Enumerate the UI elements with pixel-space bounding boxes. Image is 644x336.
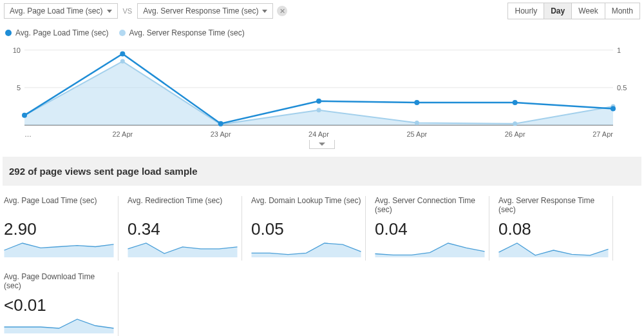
chart-legend: Avg. Page Load Time (sec) Avg. Server Re… (0, 22, 644, 37)
line-chart-svg: 5100.51…22 Apr23 Apr24 Apr25 Apr26 Apr27… (5, 37, 639, 141)
metric-label: Avg. Server Connection Time (sec) (375, 196, 485, 217)
legend-label: Avg. Server Response Time (sec) (129, 28, 245, 37)
sample-summary: 292 of page views sent page load sample (3, 157, 641, 186)
legend-dot-icon (5, 30, 12, 36)
svg-point-11 (415, 121, 419, 125)
svg-text:27 Apr: 27 Apr (592, 130, 613, 138)
vs-label: VS (120, 7, 135, 15)
range-week-button[interactable]: Week (571, 3, 604, 19)
metric-card[interactable]: Avg. Domain Lookup Time (sec)0.05 (250, 193, 367, 263)
metric-card[interactable]: Avg. Redirection Time (sec)0.34 (126, 193, 243, 263)
svg-text:0.5: 0.5 (617, 84, 627, 92)
svg-text:5: 5 (17, 84, 21, 92)
svg-point-10 (317, 108, 321, 112)
chart-expand-handle[interactable] (309, 140, 335, 149)
legend-label: Avg. Page Load Time (sec) (15, 28, 109, 37)
metric-label: Avg. Server Response Time (sec) (498, 196, 609, 217)
metric-card[interactable]: Avg. Page Load Time (sec)2.90 (3, 193, 120, 263)
metric-label: Avg. Page Load Time (sec) (4, 196, 114, 217)
toolbar-left: Avg. Page Load Time (sec) VS Avg. Server… (4, 3, 287, 19)
time-range-group: HourlyDayWeekMonth (507, 3, 640, 19)
sparkline (498, 241, 609, 259)
toolbar: Avg. Page Load Time (sec) VS Avg. Server… (0, 0, 644, 22)
metric1-dropdown[interactable]: Avg. Page Load Time (sec) (4, 3, 118, 19)
metric-grid: Avg. Page Load Time (sec)2.90Avg. Redire… (0, 193, 644, 336)
metric-card[interactable]: Avg. Server Response Time (sec)0.08 (497, 193, 614, 263)
svg-point-17 (316, 99, 321, 104)
svg-point-8 (120, 59, 125, 64)
metric-value: 0.04 (375, 217, 485, 241)
svg-point-15 (120, 51, 125, 56)
metric-value: 0.05 (251, 217, 361, 241)
metric2-label: Avg. Server Response Time (sec) (143, 6, 258, 15)
svg-point-12 (513, 121, 517, 126)
metric-value: 0.34 (128, 217, 238, 241)
svg-text:24 Apr: 24 Apr (308, 130, 329, 138)
svg-text:25 Apr: 25 Apr (406, 130, 427, 138)
legend-item-series2[interactable]: Avg. Server Response Time (sec) (119, 28, 245, 37)
legend-item-series1[interactable]: Avg. Page Load Time (sec) (5, 28, 109, 37)
svg-text:22 Apr: 22 Apr (112, 130, 133, 138)
metric-card[interactable]: Avg. Page Download Time (sec)<0.01 (3, 270, 120, 336)
range-month-button[interactable]: Month (605, 3, 640, 19)
chevron-down-icon (262, 10, 267, 13)
svg-point-19 (513, 100, 518, 105)
metric-label: Avg. Domain Lookup Time (sec) (251, 196, 361, 217)
svg-text:1: 1 (617, 46, 621, 54)
sparkline (128, 241, 238, 259)
svg-point-16 (218, 121, 223, 126)
chevron-down-icon (319, 143, 325, 146)
range-day-button[interactable]: Day (544, 3, 571, 19)
metric-value: 2.90 (4, 217, 114, 241)
svg-text:23 Apr: 23 Apr (211, 130, 231, 138)
main-chart: 5100.51…22 Apr23 Apr24 Apr25 Apr26 Apr27… (0, 37, 644, 149)
svg-text:…: … (24, 130, 32, 138)
metric-label: Avg. Redirection Time (sec) (128, 196, 238, 217)
metric-card[interactable]: Avg. Server Connection Time (sec)0.04 (374, 193, 491, 263)
sparkline (251, 241, 361, 259)
legend-dot-icon (119, 30, 126, 36)
sparkline (4, 317, 114, 335)
svg-text:26 Apr: 26 Apr (505, 130, 526, 138)
metric-value: 0.08 (498, 217, 609, 241)
metric1-label: Avg. Page Load Time (sec) (10, 6, 103, 15)
metric-value: <0.01 (4, 293, 114, 317)
clear-compare-button[interactable]: ✕ (277, 6, 287, 16)
close-icon: ✕ (279, 7, 285, 15)
metric-label: Avg. Page Download Time (sec) (4, 272, 114, 293)
svg-point-20 (611, 106, 616, 111)
range-hourly-button[interactable]: Hourly (507, 3, 544, 19)
sparkline (4, 241, 114, 259)
metric2-dropdown[interactable]: Avg. Server Response Time (sec) (137, 3, 273, 19)
sparkline (375, 241, 485, 259)
chevron-down-icon (107, 10, 112, 13)
svg-point-18 (414, 100, 419, 105)
svg-point-14 (22, 113, 27, 118)
svg-text:10: 10 (13, 46, 21, 54)
